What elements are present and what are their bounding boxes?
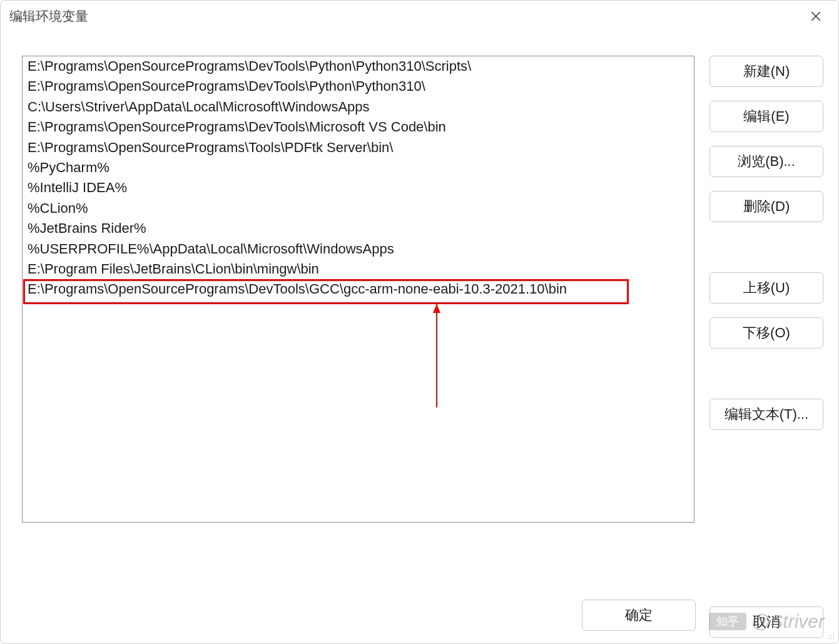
list-item[interactable]: %PyCharm% (23, 158, 694, 178)
footer: 确定 取消 (1, 587, 838, 643)
list-item[interactable]: E:\Programs\OpenSourcePrograms\Tools\PDF… (23, 138, 694, 158)
svg-point-5 (828, 638, 829, 639)
list-item[interactable]: E:\Program Files\JetBrains\CLion\bin\min… (23, 259, 694, 279)
edit-env-dialog: 编辑环境变量 E:\Programs\OpenSourcePrograms\De… (0, 0, 839, 644)
list-item[interactable]: %USERPROFILE%\AppData\Local\Microsoft\Wi… (23, 239, 694, 259)
list-item[interactable]: %CLion% (23, 198, 694, 218)
titlebar: 编辑环境变量 (1, 1, 838, 32)
svg-point-4 (833, 635, 834, 636)
svg-point-2 (833, 633, 834, 634)
edit-button[interactable]: 编辑(E) (709, 101, 823, 132)
annotation-arrow (430, 304, 443, 411)
resize-grip-icon[interactable] (825, 630, 835, 640)
list-item[interactable]: E:\Programs\OpenSourcePrograms\DevTools\… (23, 56, 694, 76)
close-icon (810, 11, 821, 22)
list-item[interactable]: %IntelliJ IDEA% (23, 178, 694, 198)
content-area: E:\Programs\OpenSourcePrograms\DevTools\… (1, 32, 838, 587)
ok-button[interactable]: 确定 (582, 600, 696, 631)
svg-marker-1 (433, 304, 440, 313)
edit-text-button[interactable]: 编辑文本(T)... (709, 399, 823, 430)
svg-point-7 (833, 638, 834, 639)
browse-button[interactable]: 浏览(B)... (709, 146, 823, 177)
move-up-button[interactable]: 上移(U) (709, 272, 823, 304)
svg-point-6 (830, 638, 831, 639)
delete-button[interactable]: 删除(D) (709, 191, 823, 222)
svg-point-3 (830, 635, 831, 636)
dialog-title: 编辑环境变量 (9, 8, 802, 25)
side-button-panel: 新建(N) 编辑(E) 浏览(B)... 删除(D) 上移(U) 下移(O) 编… (709, 56, 823, 587)
close-button[interactable] (802, 4, 830, 29)
cancel-button[interactable]: 取消 (709, 606, 823, 638)
list-item[interactable]: C:\Users\Striver\AppData\Local\Microsoft… (23, 97, 694, 117)
list-item[interactable]: E:\Programs\OpenSourcePrograms\DevTools\… (23, 76, 694, 96)
new-button[interactable]: 新建(N) (709, 56, 823, 87)
list-item[interactable]: E:\Programs\OpenSourcePrograms\DevTools\… (23, 117, 694, 137)
move-down-button[interactable]: 下移(O) (709, 317, 823, 349)
path-listbox[interactable]: E:\Programs\OpenSourcePrograms\DevTools\… (22, 56, 694, 523)
list-item[interactable]: E:\Programs\OpenSourcePrograms\DevTools\… (23, 279, 694, 299)
list-item[interactable]: %JetBrains Rider% (23, 218, 694, 238)
